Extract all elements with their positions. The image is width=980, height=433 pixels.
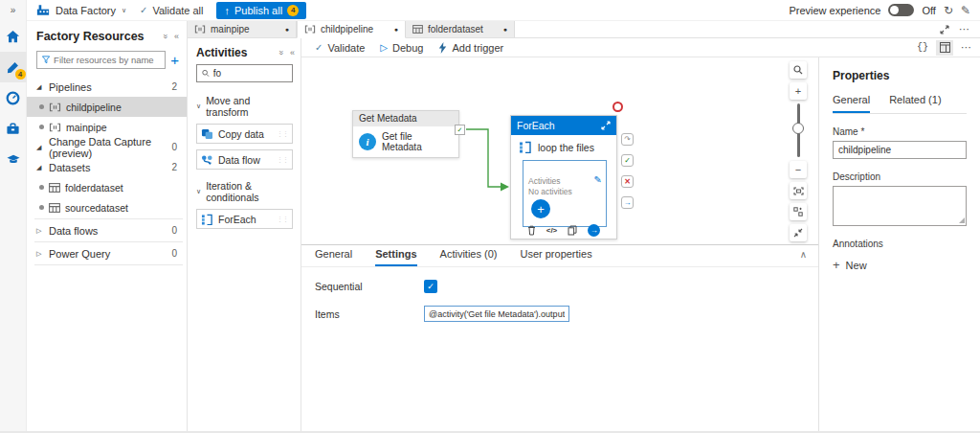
- tree-item-mainpipe[interactable]: mainpipe: [27, 117, 187, 137]
- sidebar-item-home[interactable]: [0, 21, 27, 52]
- collapse-panel-icon[interactable]: «: [290, 48, 295, 57]
- sidebar-item-learning[interactable]: [0, 144, 27, 174]
- toggle-state-label: Off: [922, 5, 935, 16]
- tab-properties-general[interactable]: General: [833, 94, 870, 113]
- factory-switcher[interactable]: Data Factory ∨: [36, 4, 126, 16]
- failure-output-port[interactable]: ✕: [621, 175, 634, 188]
- validation-error-badge: [612, 102, 623, 112]
- resource-filter-input[interactable]: [54, 55, 160, 65]
- collapse-sections-icon[interactable]: »: [276, 50, 285, 55]
- collapse-sections-icon[interactable]: »: [160, 34, 169, 38]
- item-label: sourcedataset: [65, 202, 187, 214]
- tab-settings[interactable]: Settings: [375, 248, 416, 266]
- author-badge: 4: [15, 69, 26, 80]
- tree-group-datasets[interactable]: ◢ Datasets 2: [27, 157, 187, 177]
- activity-label: Copy data: [218, 128, 272, 140]
- pipeline-name-input[interactable]: [833, 141, 967, 159]
- plus-icon: +: [537, 202, 545, 216]
- canvas-zoom-tools: + −: [790, 61, 807, 241]
- tree-group-powerquery[interactable]: ▷ Power Query 0: [27, 243, 187, 263]
- debug-label: Debug: [392, 42, 423, 54]
- pipeline-canvas[interactable]: Get Metadata i Get file Metadata ✓ ForEa…: [301, 57, 818, 244]
- sidebar-item-manage[interactable]: [0, 113, 27, 144]
- add-resource-button[interactable]: +: [170, 53, 179, 67]
- validate-button[interactable]: ✓ Validate: [315, 42, 365, 54]
- refresh-icon[interactable]: ↻: [944, 4, 953, 17]
- skip-output-port[interactable]: ↷: [621, 133, 634, 146]
- rail-expand-icon[interactable]: »: [11, 0, 16, 21]
- tab-user-properties[interactable]: User properties: [520, 248, 591, 266]
- activity-node-foreach[interactable]: ForEach loop the files Activities No act…: [510, 115, 617, 239]
- expand-node-icon[interactable]: [601, 121, 611, 130]
- tab-folderdataset[interactable]: folderdataset ●: [406, 21, 515, 37]
- dataset-icon: [49, 183, 60, 193]
- item-label: mainpipe: [66, 122, 187, 133]
- properties-toggle-icon[interactable]: [936, 40, 953, 56]
- foreach-activities-container[interactable]: Activities No activities ✎ +: [523, 160, 607, 227]
- tab-childpipeline[interactable]: childpipeline ●: [297, 21, 406, 38]
- open-foreach-button[interactable]: →: [588, 224, 600, 237]
- tree-item-childpipeline[interactable]: childpipeline: [27, 97, 187, 117]
- auto-align-button[interactable]: [790, 203, 807, 220]
- edit-activities-icon[interactable]: ✎: [594, 174, 602, 185]
- add-trigger-button[interactable]: Add trigger: [438, 42, 503, 54]
- section-move-and-transform[interactable]: ∨ Move and transform: [188, 90, 301, 122]
- activity-data-flow[interactable]: Data flow ⋮⋮: [196, 149, 293, 170]
- activities-search-input[interactable]: [213, 68, 287, 79]
- check-icon: ✓: [624, 156, 631, 165]
- new-annotation-button[interactable]: + New: [833, 258, 967, 272]
- section-iteration-conditionals[interactable]: ∨ Iteration & conditionals: [188, 175, 301, 207]
- node-code-icon[interactable]: </>: [546, 226, 558, 235]
- more-icon[interactable]: ⋯: [959, 23, 970, 35]
- debug-button[interactable]: ▷ Debug: [380, 42, 423, 54]
- description-textarea[interactable]: [833, 186, 967, 226]
- items-label: Items: [315, 308, 424, 320]
- plus-icon: +: [795, 85, 801, 97]
- items-expression-input[interactable]: [424, 306, 569, 322]
- tab-properties-related[interactable]: Related (1): [889, 94, 941, 113]
- resize-handle[interactable]: [959, 217, 965, 223]
- zoom-in-button[interactable]: +: [790, 82, 807, 100]
- delete-node-icon[interactable]: [527, 225, 536, 236]
- feedback-icon[interactable]: ✎: [961, 4, 970, 17]
- activities-title: Activities: [196, 46, 272, 59]
- group-count: 2: [171, 81, 177, 92]
- tab-mainpipe[interactable]: mainpipe ●: [188, 21, 297, 37]
- activity-copy-data[interactable]: Copy data ⋮⋮: [196, 124, 293, 144]
- more-icon[interactable]: ⋯: [961, 41, 972, 54]
- sidebar-item-author[interactable]: 4: [0, 52, 27, 82]
- slider-knob[interactable]: [792, 123, 804, 134]
- collapse-canvas-icon[interactable]: [790, 224, 807, 241]
- foreach-header[interactable]: ForEach: [511, 116, 616, 135]
- tree-group-dataflows[interactable]: ▷ Data flows 0: [27, 220, 187, 240]
- zoom-out-button[interactable]: −: [790, 161, 807, 178]
- success-output-port[interactable]: ✓: [621, 154, 634, 167]
- canvas-search-button[interactable]: [790, 61, 807, 79]
- tab-activities[interactable]: Activities (0): [440, 248, 498, 266]
- tree-item-sourcedataset[interactable]: sourcedataset: [27, 197, 187, 217]
- add-activity-button[interactable]: +: [531, 199, 550, 218]
- publish-all-button[interactable]: ↑ Publish all 4: [216, 2, 306, 19]
- expanded-triangle-icon: ◢: [36, 164, 49, 171]
- tree-group-cdc[interactable]: ◢ Change Data Capture (preview) 0: [27, 137, 187, 157]
- tree-group-pipelines[interactable]: ◢ Pipelines 2: [27, 77, 187, 97]
- validate-all-button[interactable]: ✓ Validate all: [136, 5, 207, 16]
- expand-diagonal-icon[interactable]: [940, 25, 949, 34]
- sequential-checkbox[interactable]: ✓: [424, 280, 437, 293]
- collapse-panel-chevron-icon[interactable]: ∧: [800, 249, 807, 260]
- zoom-to-fit-button[interactable]: [790, 182, 807, 199]
- code-view-icon[interactable]: {}: [917, 42, 928, 53]
- tree-item-folderdataset[interactable]: folderdataset: [27, 177, 187, 197]
- collapse-panel-icon[interactable]: «: [174, 32, 179, 41]
- success-output-port[interactable]: ✓: [455, 125, 465, 135]
- sidebar-item-monitor[interactable]: [0, 82, 27, 113]
- activity-foreach[interactable]: ForEach ⋮⋮: [196, 209, 293, 229]
- clone-node-icon[interactable]: [568, 225, 577, 236]
- factory-resources-title: Factory Resources: [36, 30, 156, 43]
- tab-general[interactable]: General: [315, 248, 352, 266]
- preview-experience-toggle[interactable]: [888, 4, 914, 16]
- drag-grip-icon: ⋮⋮: [277, 156, 288, 164]
- completion-output-port[interactable]: →: [621, 196, 634, 209]
- zoom-slider[interactable]: [790, 103, 807, 157]
- activity-node-get-metadata[interactable]: Get Metadata i Get file Metadata: [352, 110, 459, 158]
